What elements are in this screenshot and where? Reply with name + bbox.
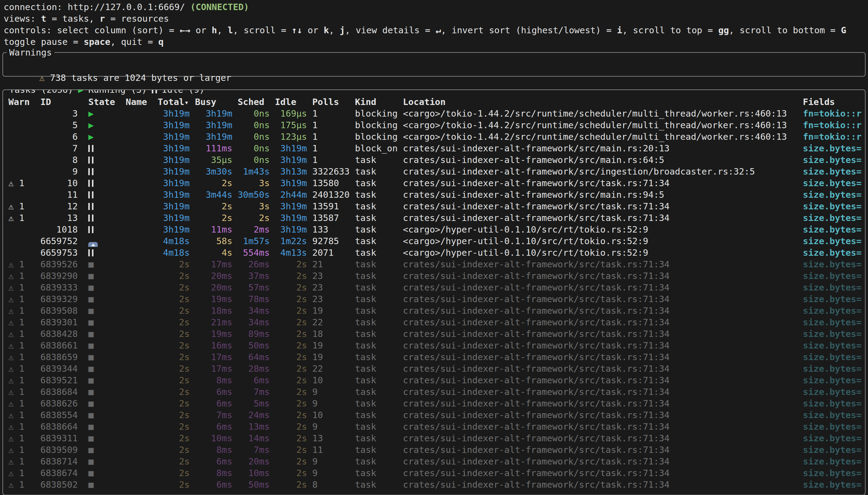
- task-row[interactable]: ⚠ 16838661■2s16ms50ms2s19taskcrates/sui-…: [3, 340, 865, 351]
- cell-warn: [8, 247, 40, 258]
- task-row[interactable]: ⚠ 16838428■2s19ms89ms2s18taskcrates/sui-…: [3, 328, 865, 340]
- cell-idle: 2h44m: [275, 189, 312, 201]
- warning-icon: ⚠: [8, 375, 19, 386]
- cell-state: [88, 142, 126, 154]
- scheduled-icon: [88, 242, 98, 247]
- cell-fields: size.bytes=: [803, 386, 865, 398]
- cell-idle: 2s: [275, 479, 312, 491]
- column-header-id[interactable]: ID: [40, 96, 78, 108]
- task-row[interactable]: 3▶3h19m3h19m0ns169µs1blocking<cargo>/tok…: [3, 108, 865, 119]
- task-row[interactable]: 10183h19m11ms2ms3h19m133task<cargo>/hype…: [3, 224, 865, 235]
- cell-warn: ⚠ 1: [8, 258, 40, 270]
- task-row[interactable]: 66597524m18s58s1m57s1m22s92785task<cargo…: [3, 235, 865, 247]
- cell-state: ■: [88, 282, 126, 293]
- cell-loc: <cargo>/hyper-util-0.1.10/src/rt/tokio.r…: [403, 247, 803, 258]
- cell-kind: task: [355, 247, 403, 258]
- cell-name: [126, 119, 158, 131]
- task-row[interactable]: ⚠ 16839509■2s8ms7ms2s11taskcrates/sui-in…: [3, 444, 865, 456]
- cell-name: [126, 363, 158, 374]
- task-row[interactable]: ⚠ 16839508■2s18ms34ms2s19taskcrates/sui-…: [3, 305, 865, 317]
- column-header-fields[interactable]: Fields: [803, 96, 865, 108]
- help-text-segment: ↑↓: [292, 25, 302, 35]
- cell-fields: size.bytes=: [803, 212, 865, 224]
- cell-polls: 9: [313, 398, 355, 409]
- cell-state: ■: [88, 293, 126, 305]
- table-body: 3▶3h19m3h19m0ns169µs1blocking<cargo>/tok…: [3, 108, 865, 491]
- task-row[interactable]: 5▶3h19m3h19m0ns175µs1blocking<cargo>/tok…: [3, 119, 865, 131]
- warning-icon: ⚠: [8, 363, 19, 374]
- cell-kind: task: [355, 421, 403, 432]
- cell-kind: task: [355, 374, 403, 386]
- task-row[interactable]: ⚠ 1123h19m2s3s3h19m13591taskcrates/sui-i…: [3, 201, 865, 212]
- task-row[interactable]: 83h19m35µs0ns3h19m1taskcrates/sui-indexe…: [3, 154, 865, 166]
- cell-loc: crates/sui-indexer-alt-framework/src/tas…: [403, 258, 803, 270]
- column-header-state[interactable]: State: [88, 96, 126, 108]
- cell-id: 6: [40, 131, 78, 142]
- column-header-name[interactable]: Name: [126, 96, 158, 108]
- task-row[interactable]: 93h19m3m30s1m43s3h13m3322633taskcrates/s…: [3, 166, 865, 177]
- column-header-kind[interactable]: Kind: [355, 96, 403, 108]
- cell-loc: crates/sui-indexer-alt-framework/src/tas…: [403, 177, 803, 189]
- cell-polls: 1: [313, 119, 355, 131]
- task-row[interactable]: ⚠ 16839344■2s17ms28ms2s22taskcrates/sui-…: [3, 363, 865, 374]
- task-row[interactable]: ⚠ 16838674■2s8ms10ms2s9taskcrates/sui-in…: [3, 467, 865, 479]
- cell-total: 2s: [157, 479, 195, 491]
- task-row[interactable]: ⚠ 1103h19m2s3s3h19m13580taskcrates/sui-i…: [3, 177, 865, 189]
- cell-polls: 21: [313, 258, 355, 270]
- task-row[interactable]: ⚠ 16838554■2s7ms24ms2s10taskcrates/sui-i…: [3, 409, 865, 421]
- cell-warn: ⚠ 1: [8, 282, 40, 293]
- cell-state: ■: [88, 340, 126, 351]
- completed-icon: ■: [88, 282, 94, 293]
- cell-idle: 2s: [275, 456, 312, 467]
- cell-total: 2s: [157, 374, 195, 386]
- column-header-location[interactable]: Location: [403, 96, 803, 108]
- cell-name: [126, 293, 158, 305]
- cell-id: 7: [40, 142, 78, 154]
- task-row[interactable]: ⚠ 16838664■2s6ms13ms2s9taskcrates/sui-in…: [3, 421, 865, 432]
- cell-idle: 3h19m: [275, 154, 312, 166]
- task-row[interactable]: ⚠ 16839301■2s21ms34ms2s22taskcrates/sui-…: [3, 317, 865, 328]
- column-header-polls[interactable]: Polls: [313, 96, 355, 108]
- column-header-sched[interactable]: Sched: [238, 96, 275, 108]
- cell-sched: 37ms: [238, 270, 275, 282]
- task-row[interactable]: ⚠ 16839311■2s10ms14ms2s13taskcrates/sui-…: [3, 432, 865, 444]
- task-row[interactable]: ⚠ 16839290■2s20ms37ms2s23taskcrates/sui-…: [3, 270, 865, 282]
- cell-loc: crates/sui-indexer-alt-framework/src/ing…: [403, 166, 803, 177]
- task-row[interactable]: 66597534m18s4s554ms4m13s2071task<cargo>/…: [3, 247, 865, 258]
- running-icon: ▶: [88, 108, 94, 119]
- task-row[interactable]: ⚠ 16838714■2s6ms20ms2s9taskcrates/sui-in…: [3, 456, 865, 467]
- cell-loc: crates/sui-indexer-alt-framework/src/tas…: [403, 212, 803, 224]
- column-header-idle[interactable]: Idle: [275, 96, 312, 108]
- cell-name: [126, 247, 158, 258]
- task-row[interactable]: 73h19m111ms0ns3h19m1block_oncrates/sui-i…: [3, 142, 865, 154]
- cell-sched: 0ns: [238, 154, 275, 166]
- task-row[interactable]: ⚠ 16839521■2s8ms6ms2s10taskcrates/sui-in…: [3, 374, 865, 386]
- completed-icon: ■: [88, 387, 94, 397]
- cell-idle: 1m22s: [275, 235, 312, 247]
- cell-kind: task: [355, 212, 403, 224]
- column-header-warn[interactable]: Warn: [8, 96, 40, 108]
- column-header-total[interactable]: Total▾: [157, 96, 195, 108]
- cell-kind: task: [355, 166, 403, 177]
- task-row[interactable]: ⚠ 16839333■2s20ms57ms2s23taskcrates/sui-…: [3, 282, 865, 293]
- task-row[interactable]: ⚠ 16839526■2s17ms26ms2s21taskcrates/sui-…: [3, 258, 865, 270]
- connection-status-line: connection: http://127.0.0.1:6669/ (CONN…: [4, 1, 868, 13]
- cell-busy: 8ms: [195, 467, 238, 479]
- task-row[interactable]: ⚠ 16838684■2s6ms7ms2s9taskcrates/sui-ind…: [3, 386, 865, 398]
- task-row[interactable]: ⚠ 16839329■2s19ms78ms2s23taskcrates/sui-…: [3, 293, 865, 305]
- task-row[interactable]: ⚠ 16838626■2s6ms5ms2s9taskcrates/sui-ind…: [3, 398, 865, 409]
- cell-loc: crates/sui-indexer-alt-framework/src/tas…: [403, 467, 803, 479]
- cell-busy: 19ms: [195, 328, 238, 340]
- warning-icon: ⚠: [8, 445, 19, 455]
- column-header-busy[interactable]: Busy: [195, 96, 238, 108]
- cell-total: 2s: [157, 293, 195, 305]
- cell-polls: 1: [313, 154, 355, 166]
- task-row[interactable]: 6▶3h19m3h19m0ns123µs1blocking<cargo>/tok…: [3, 131, 865, 142]
- cell-total: 2s: [157, 305, 195, 317]
- cell-idle: 2s: [275, 258, 312, 270]
- cell-sched: 554ms: [238, 247, 275, 258]
- task-row[interactable]: ⚠ 16838502■2s6ms50ms2s8taskcrates/sui-in…: [3, 479, 865, 491]
- task-row[interactable]: ⚠ 16838659■2s17ms64ms2s19taskcrates/sui-…: [3, 351, 865, 363]
- task-row[interactable]: 113h19m3m44s30m50s2h44m2401320taskcrates…: [3, 189, 865, 201]
- task-row[interactable]: ⚠ 1133h19m2s2s3h19m13587taskcrates/sui-i…: [3, 212, 865, 224]
